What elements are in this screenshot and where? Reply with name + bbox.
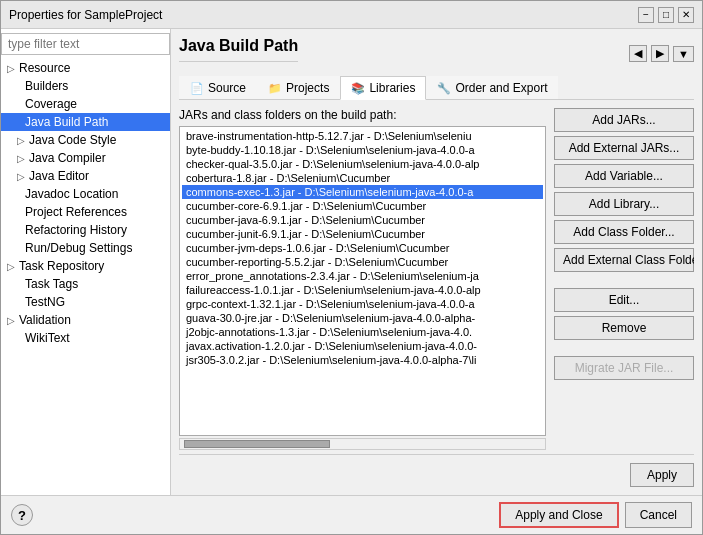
sidebar-item-label: Task Repository: [19, 259, 104, 273]
cancel-button[interactable]: Cancel: [625, 502, 692, 528]
sidebar-item-coverage[interactable]: Coverage: [1, 95, 170, 113]
jar-list-item[interactable]: failureaccess-1.0.1.jar - D:\Selenium\se…: [182, 283, 543, 297]
sidebar-item-project-references[interactable]: Project References: [1, 203, 170, 221]
sidebar-item-java-build-path[interactable]: Java Build Path: [1, 113, 170, 131]
jar-list[interactable]: brave-instrumentation-http-5.12.7.jar - …: [179, 126, 546, 436]
sidebar-item-task-repository[interactable]: ▷ Task Repository: [1, 257, 170, 275]
sidebar-item-label: Task Tags: [25, 277, 78, 291]
sidebar-item-builders[interactable]: Builders: [1, 77, 170, 95]
add-jars-button[interactable]: Add JARs...: [554, 108, 694, 132]
jar-list-item[interactable]: cucumber-reporting-5.5.2.jar - D:\Seleni…: [182, 255, 543, 269]
tab-order-export-label: Order and Export: [455, 81, 547, 95]
maximize-button[interactable]: □: [658, 7, 674, 23]
sidebar-item-run-debug[interactable]: Run/Debug Settings: [1, 239, 170, 257]
sidebar-item-validation[interactable]: ▷ Validation: [1, 311, 170, 329]
jar-list-item[interactable]: error_prone_annotations-2.3.4.jar - D:\S…: [182, 269, 543, 283]
horizontal-scrollbar[interactable]: [179, 438, 546, 450]
arrow-icon: ▷: [7, 63, 15, 74]
sidebar-item-java-editor[interactable]: ▷ Java Editor: [1, 167, 170, 185]
add-external-jars-button[interactable]: Add External JARs...: [554, 136, 694, 160]
sidebar-item-testng[interactable]: TestNG: [1, 293, 170, 311]
jar-list-item[interactable]: byte-buddy-1.10.18.jar - D:\Selenium\sel…: [182, 143, 543, 157]
close-button[interactable]: ✕: [678, 7, 694, 23]
right-panel: Java Build Path ◀ ▶ ▼ 📄 Source 📁 Project…: [171, 29, 702, 495]
remove-button[interactable]: Remove: [554, 316, 694, 340]
jar-list-item[interactable]: cucumber-jvm-deps-1.0.6.jar - D:\Seleniu…: [182, 241, 543, 255]
filter-input[interactable]: [1, 33, 170, 55]
scrollbar-thumb: [184, 440, 330, 448]
libraries-tab-icon: 📚: [351, 82, 365, 95]
tab-source-label: Source: [208, 81, 246, 95]
projects-tab-icon: 📁: [268, 82, 282, 95]
jar-list-item[interactable]: cobertura-1.8.jar - D:\Selenium\Cucumber: [182, 171, 543, 185]
arrow-icon: ▷: [17, 171, 25, 182]
sidebar-item-java-compiler[interactable]: ▷ Java Compiler: [1, 149, 170, 167]
main-content: ▷ Resource Builders Coverage Java Build …: [1, 29, 702, 495]
content-area: JARs and class folders on the build path…: [179, 108, 694, 450]
add-external-class-folder-button[interactable]: Add External Class Folder...: [554, 248, 694, 272]
add-library-button[interactable]: Add Library...: [554, 192, 694, 216]
add-variable-button[interactable]: Add Variable...: [554, 164, 694, 188]
sidebar-item-label: Javadoc Location: [25, 187, 118, 201]
tab-libraries[interactable]: 📚 Libraries: [340, 76, 426, 100]
jar-list-item[interactable]: j2objc-annotations-1.3.jar - D:\Selenium…: [182, 325, 543, 339]
source-tab-icon: 📄: [190, 82, 204, 95]
jar-list-item[interactable]: commons-exec-1.3.jar - D:\Selenium\selen…: [182, 185, 543, 199]
tab-projects[interactable]: 📁 Projects: [257, 76, 340, 99]
minimize-button[interactable]: −: [638, 7, 654, 23]
sidebar-item-label: Java Build Path: [25, 115, 108, 129]
sidebar: ▷ Resource Builders Coverage Java Build …: [1, 29, 171, 495]
nav-arrows: ◀ ▶ ▼: [629, 45, 694, 62]
arrow-icon: ▷: [17, 153, 25, 164]
sidebar-item-label: Validation: [19, 313, 71, 327]
sidebar-item-javadoc[interactable]: Javadoc Location: [1, 185, 170, 203]
scrollbar-track: [180, 439, 545, 449]
sidebar-item-label: WikiText: [25, 331, 70, 345]
jar-list-item[interactable]: jsr305-3.0.2.jar - D:\Selenium\selenium-…: [182, 353, 543, 367]
edit-button[interactable]: Edit...: [554, 288, 694, 312]
jar-list-item[interactable]: guava-30.0-jre.jar - D:\Selenium\seleniu…: [182, 311, 543, 325]
panel-header: Java Build Path ◀ ▶ ▼: [179, 37, 694, 70]
arrow-icon: ▷: [17, 135, 25, 146]
migrate-jar-button[interactable]: Migrate JAR File...: [554, 356, 694, 380]
sidebar-item-task-tags[interactable]: Task Tags: [1, 275, 170, 293]
sidebar-item-label: Resource: [19, 61, 70, 75]
jar-list-item[interactable]: brave-instrumentation-http-5.12.7.jar - …: [182, 129, 543, 143]
tabs-row: 📄 Source 📁 Projects 📚 Libraries 🔧 Order …: [179, 76, 694, 100]
panel-bottom-area: Apply: [179, 454, 694, 487]
sidebar-item-label: Java Compiler: [29, 151, 106, 165]
jar-list-item[interactable]: javax.activation-1.2.0.jar - D:\Selenium…: [182, 339, 543, 353]
jar-list-item[interactable]: cucumber-core-6.9.1.jar - D:\Selenium\Cu…: [182, 199, 543, 213]
nav-dropdown-button[interactable]: ▼: [673, 46, 694, 62]
add-class-folder-button[interactable]: Add Class Folder...: [554, 220, 694, 244]
window-controls: − □ ✕: [638, 7, 694, 23]
bottom-buttons: Apply and Close Cancel: [499, 502, 692, 528]
arrow-icon: ▷: [7, 261, 15, 272]
sidebar-item-label: Java Editor: [29, 169, 89, 183]
help-button[interactable]: ?: [11, 504, 33, 526]
sidebar-item-resource[interactable]: ▷ Resource: [1, 59, 170, 77]
arrow-icon: ▷: [7, 315, 15, 326]
apply-button[interactable]: Apply: [630, 463, 694, 487]
title-bar: Properties for SampleProject − □ ✕: [1, 1, 702, 29]
jar-list-item[interactable]: grpc-context-1.32.1.jar - D:\Selenium\se…: [182, 297, 543, 311]
sidebar-item-wikitext[interactable]: WikiText: [1, 329, 170, 347]
sidebar-item-label: Java Code Style: [29, 133, 116, 147]
tab-source[interactable]: 📄 Source: [179, 76, 257, 99]
sidebar-item-refactoring[interactable]: Refactoring History: [1, 221, 170, 239]
tab-order-export[interactable]: 🔧 Order and Export: [426, 76, 558, 99]
jar-list-item[interactable]: cucumber-junit-6.9.1.jar - D:\Selenium\C…: [182, 227, 543, 241]
jar-list-item[interactable]: cucumber-java-6.9.1.jar - D:\Selenium\Cu…: [182, 213, 543, 227]
nav-back-button[interactable]: ◀: [629, 45, 647, 62]
sidebar-item-java-code-style[interactable]: ▷ Java Code Style: [1, 131, 170, 149]
apply-close-button[interactable]: Apply and Close: [499, 502, 618, 528]
sidebar-item-label: TestNG: [25, 295, 65, 309]
order-export-tab-icon: 🔧: [437, 82, 451, 95]
nav-forward-button[interactable]: ▶: [651, 45, 669, 62]
sidebar-item-label: Builders: [25, 79, 68, 93]
buttons-column: Add JARs... Add External JARs... Add Var…: [554, 108, 694, 450]
window-bottom: ? Apply and Close Cancel: [1, 495, 702, 534]
jar-list-item[interactable]: checker-qual-3.5.0.jar - D:\Selenium\sel…: [182, 157, 543, 171]
sidebar-item-label: Coverage: [25, 97, 77, 111]
sidebar-item-label: Run/Debug Settings: [25, 241, 132, 255]
